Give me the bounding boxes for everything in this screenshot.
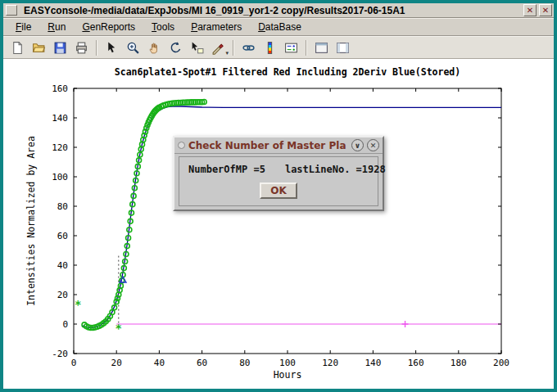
print-icon: [75, 41, 88, 55]
svg-text:80: 80: [57, 201, 68, 212]
dialog-close-button[interactable]: ✕: [367, 139, 379, 151]
dialog-body: NumberOfMP =5 lastLineNo. =1928 OK: [179, 156, 378, 206]
new-file-button[interactable]: [7, 38, 28, 57]
brush-icon: [211, 41, 225, 55]
print-button[interactable]: [71, 38, 92, 57]
open-folder-icon: [32, 41, 46, 55]
brush-button[interactable]: ▾: [208, 38, 229, 57]
zoom-in-icon: [126, 41, 140, 55]
svg-text:20: 20: [111, 358, 122, 368]
menu-genreports[interactable]: GenReports: [75, 20, 143, 34]
dropdown-caret-icon[interactable]: ▾: [225, 50, 229, 56]
save-button[interactable]: [50, 38, 70, 57]
svg-text:80: 80: [239, 358, 250, 368]
svg-text:-20: -20: [52, 349, 68, 359]
figure-canvas[interactable]: **020406080100120140160180200-2002040608…: [3, 59, 554, 389]
insert-colorbar-button[interactable]: [260, 38, 280, 57]
dialog-message: NumberOfMP =5 lastLineNo. =1928: [179, 164, 378, 175]
hide-plot-tools-button[interactable]: [311, 38, 332, 57]
app-window: EASYconsole-/media/data/ExpJobs/MI 16_09…: [0, 0, 557, 392]
x-axis-label: Hours: [274, 369, 302, 381]
show-plot-tools-icon: [336, 41, 350, 55]
close-button[interactable]: ✕: [539, 4, 552, 16]
link-plots-icon: [242, 41, 256, 55]
data-cursor-button[interactable]: [187, 38, 207, 57]
pan-hand-icon: [147, 41, 161, 55]
insert-legend-button[interactable]: [281, 38, 301, 57]
toolbar-separator: [96, 40, 97, 56]
ok-button[interactable]: OK: [260, 182, 297, 199]
svg-text:20: 20: [57, 290, 68, 300]
svg-text:120: 120: [52, 142, 68, 153]
zoom-in-button[interactable]: [123, 38, 143, 57]
toolbar-separator: [233, 40, 234, 56]
svg-text:0: 0: [62, 319, 68, 330]
svg-text:60: 60: [57, 231, 68, 241]
new-file-icon: [11, 41, 25, 55]
hide-plot-tools-icon: [315, 41, 328, 55]
svg-text:60: 60: [197, 358, 207, 368]
menu-database[interactable]: DataBase: [251, 20, 309, 34]
legend-icon: [284, 41, 298, 55]
svg-text:180: 180: [451, 358, 467, 368]
svg-text:200: 200: [493, 358, 509, 368]
toolbar-separator: [306, 40, 307, 56]
svg-text:160: 160: [52, 83, 68, 94]
svg-text:120: 120: [322, 358, 338, 368]
menu-tools[interactable]: Tools: [144, 20, 182, 34]
svg-text:160: 160: [408, 358, 424, 368]
y-axis-label: Intensities Normalized by Area: [25, 136, 37, 306]
rotate-3d-icon: [169, 41, 183, 55]
svg-text:100: 100: [52, 172, 68, 182]
dialog-check-number: Check Number of Master Pla ∨ ✕ NumberOfM…: [173, 136, 384, 211]
open-file-button[interactable]: [29, 38, 49, 57]
figure-area: **020406080100120140160180200-2002040608…: [3, 59, 554, 389]
menu-run[interactable]: Run: [40, 20, 73, 34]
rotate-3d-button[interactable]: [165, 38, 186, 57]
iconify-button[interactable]: ✕: [523, 4, 537, 16]
chart-title: Scan6plate1-Spot#1 Filtered Red Includin…: [115, 66, 460, 78]
menu-parameters[interactable]: Parameters: [183, 20, 249, 34]
save-icon: [53, 41, 67, 55]
edit-arrow-icon: [105, 41, 119, 55]
dialog-icon: [178, 142, 185, 149]
link-plots-button[interactable]: [238, 38, 259, 57]
axes-box: [74, 88, 501, 354]
dialog-field-lastlineno: lastLineNo. =1928: [285, 164, 386, 175]
window-titlebar[interactable]: EASYconsole-/media/data/ExpJobs/MI 16_09…: [3, 3, 554, 18]
window-menu-button[interactable]: [6, 5, 17, 16]
svg-text:0: 0: [71, 358, 77, 368]
data-cursor-icon: [190, 41, 204, 55]
svg-text:*: *: [115, 322, 122, 335]
edit-plot-button[interactable]: [102, 38, 122, 57]
pan-button[interactable]: [144, 38, 165, 57]
window-title: EASYconsole-/media/data/ExpJobs/MI 16_09…: [24, 4, 521, 17]
svg-text:140: 140: [365, 358, 381, 368]
colorbar-icon: [263, 41, 277, 55]
svg-text:140: 140: [52, 113, 68, 124]
dialog-titlebar[interactable]: Check Number of Master Pla ∨ ✕: [174, 137, 383, 154]
menu-file[interactable]: File: [8, 20, 38, 34]
dialog-collapse-button[interactable]: ∨: [351, 139, 364, 151]
svg-text:100: 100: [279, 358, 296, 368]
dialog-title: Check Number of Master Pla: [188, 140, 348, 151]
toolbar: ▾: [3, 36, 554, 59]
svg-text:40: 40: [154, 358, 165, 368]
show-plot-tools-button[interactable]: [333, 38, 353, 57]
svg-text:*: *: [75, 298, 81, 311]
menubar: File Run GenReports Tools Parameters Dat…: [3, 18, 554, 36]
svg-text:40: 40: [57, 260, 68, 271]
dialog-field-numberofmp: NumberOfMP =5: [188, 164, 265, 175]
